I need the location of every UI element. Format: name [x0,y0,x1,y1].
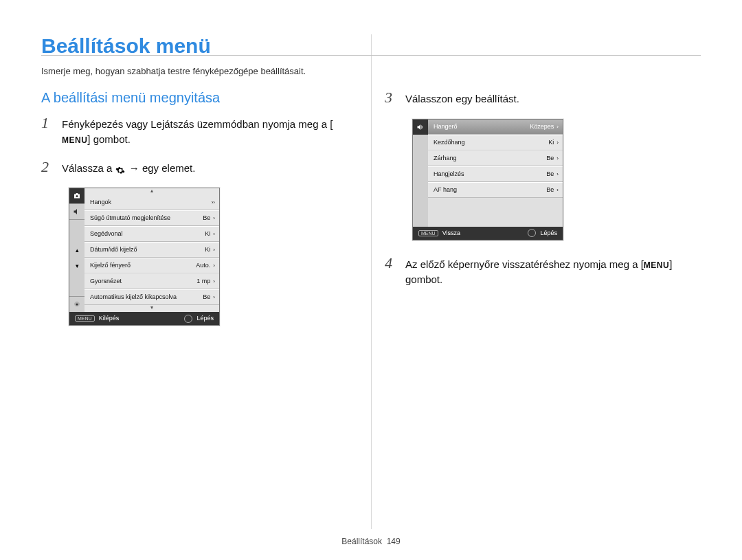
caret-up-icon[interactable]: ▴ [76,247,79,254]
footer-page-number: 149 [387,537,401,546]
footer-right[interactable]: Lépés [184,315,214,323]
chevron-right-icon: › [556,171,559,177]
footer-right-label: Lépés [196,315,214,322]
chevron-right-icon: ›› [212,199,215,205]
step-number: 4 [385,256,397,271]
svg-point-0 [76,195,78,197]
sound-tab-icon[interactable] [413,120,428,135]
step-text: Az előző képernyőre visszatéréshez nyomj… [405,256,701,287]
row-value: Közepes [530,123,554,130]
settings-row[interactable]: Hangok ›› [85,195,219,210]
scroll-down-indicator: ▾ [85,305,219,312]
settings-row[interactable]: Automatikus kijelző kikapcsolva Be› [85,289,219,305]
left-column: A beállítási menü megnyitása 1 Fényképez… [41,90,357,326]
row-label: Hangjelzés [434,171,464,177]
device-body: Hangerő Közepes› Kezdőhang Ki› Zárhang B… [413,120,563,227]
row-label: Kijelző fényerő [90,262,131,269]
row-label: Hangok [90,199,111,205]
device-screen-sound: Hangerő Közepes› Kezdőhang Ki› Zárhang B… [412,119,563,240]
step-text: Válasszon egy beállítást. [405,90,701,107]
right-column: 3 Válasszon egy beállítást. Hangerő [385,90,701,326]
step1-post: ] gombot. [87,133,131,145]
settings-row[interactable]: Hangjelzés Be› [428,166,563,182]
chevron-right-icon: › [556,124,559,130]
chevron-right-icon: › [213,247,215,253]
chevron-right-icon: › [213,294,215,300]
scroll-up-indicator: ▴ [85,188,219,195]
settings-row[interactable]: Hangerő Közepes› [428,120,563,135]
manual-page: Beállítások menü Ismerje meg, hogyan sza… [0,0,742,560]
title-rule [41,55,701,56]
footer-left-label: Kilépés [99,315,120,322]
sound-tab-icon[interactable] [69,204,85,219]
device-footer: MENU Vissza Lépés [413,227,563,240]
row-value: 1 mp [196,278,210,284]
dpad-icon [184,315,192,323]
device-rows: Hangerő Közepes› Kezdőhang Ki› Zárhang B… [428,120,563,227]
row-label: Dátum/idő kijelző [90,247,137,253]
row-value: Ki [205,246,210,253]
step-text: Válassza a → egy elemet. [62,159,357,176]
row-value: Be [203,293,210,300]
device-footer: MENU Kilépés Lépés [69,312,219,325]
device-screen-settings: ▴ ▾ ▴ Hangok ›› [69,188,220,326]
step-text: Fényképezés vagy Lejátszás üzemmódban ny… [62,115,357,147]
menu-badge: MENU [75,315,95,322]
chevron-right-icon: › [213,231,215,237]
step-number: 2 [41,159,54,175]
row-label: Segédvonal [90,231,123,237]
settings-row[interactable]: Segédvonal Ki› [85,226,219,242]
row-value: Be [546,155,554,161]
step-3: 3 Válasszon egy beállítást. [385,90,701,107]
row-value: Auto. [196,262,210,269]
chevron-right-icon: › [213,278,215,284]
chevron-right-icon: › [556,139,559,146]
footer-right-label: Lépés [540,230,557,236]
row-label: Automatikus kijelző kikapcsolva [90,294,177,300]
step-4: 4 Az előző képernyőre visszatéréshez nyo… [385,256,701,287]
settings-row[interactable]: Kijelző fényerő Auto.› [85,258,219,273]
menu-badge: MENU [418,230,438,236]
scroll-carets: ▴ ▾ [76,220,79,296]
caret-down-icon[interactable]: ▾ [76,263,79,269]
row-label: AF hang [434,187,457,193]
row-label: Hangerő [434,124,458,130]
row-label: Zárhang [434,155,457,161]
menu-label: MENU [644,260,669,271]
row-label: Gyorsnézet [90,278,122,284]
step2-post: → egy elemet. [129,162,196,174]
settings-row[interactable]: Gyorsnézet 1 mp› [85,273,219,289]
step-2: 2 Válassza a → egy elemet. [41,159,357,176]
chevron-right-icon: › [213,262,215,269]
dpad-icon [528,229,536,237]
settings-row[interactable]: Kezdőhang Ki› [428,135,563,150]
footer-left[interactable]: MENU Kilépés [75,315,119,322]
page-footer: Beállítások 149 [0,537,742,546]
device-left-tabs [413,120,428,227]
settings-row[interactable]: Súgó útmutató megjelenítése Be› [85,210,219,226]
gear-icon [115,163,126,174]
device-empty-rows [428,198,563,227]
camera-tab-icon[interactable] [69,188,85,203]
row-value: Be [546,186,554,193]
chevron-right-icon: › [213,215,215,221]
footer-section: Beállítások [341,537,382,546]
footer-left[interactable]: MENU Vissza [418,230,460,236]
settings-row[interactable]: Zárhang Be› [428,150,563,166]
row-label: Kezdőhang [434,139,465,146]
gear-tab-icon[interactable] [69,297,85,312]
footer-left-label: Vissza [442,230,460,236]
step4-pre: Az előző képernyőre visszatéréshez nyomj… [405,258,644,270]
step1-pre: Fényképezés vagy Lejátszás üzemmódban ny… [62,118,333,130]
step-number: 3 [385,90,397,105]
row-value: Be [546,170,554,177]
section-heading: A beállítási menü megnyitása [41,90,357,106]
settings-row[interactable]: Dátum/idő kijelző Ki› [85,242,219,258]
step-1: 1 Fényképezés vagy Lejátszás üzemmódban … [41,115,357,147]
row-value: Be [203,214,210,221]
settings-row[interactable]: AF hang Be› [428,182,563,198]
device-rows: ▴ Hangok ›› Súgó útmutató megjelenítése … [85,188,219,312]
row-label: Súgó útmutató megjelenítése [90,215,170,221]
footer-right[interactable]: Lépés [528,229,557,237]
chevron-right-icon: › [556,187,559,193]
